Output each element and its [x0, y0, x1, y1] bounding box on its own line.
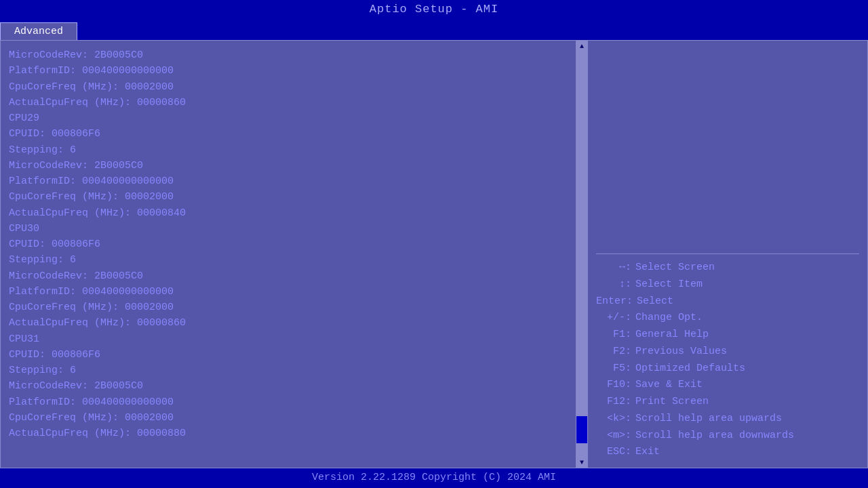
scroll-thumb	[576, 416, 587, 443]
app-title: Aptio Setup - AMI	[370, 3, 498, 16]
scroll-down-arrow[interactable]: ▼	[576, 457, 587, 468]
scroll-track	[576, 52, 587, 457]
right-panel: ↔:Select Screen↕:Select ItemEnter:Select…	[588, 41, 867, 468]
title-bar: Aptio Setup - AMI	[0, 0, 868, 18]
footer: Version 2.22.1289 Copyright (C) 2024 AMI	[0, 468, 868, 488]
footer-text: Version 2.22.1289 Copyright (C) 2024 AMI	[312, 472, 556, 483]
tab-row: Advanced	[0, 18, 868, 40]
help-area	[596, 47, 859, 248]
info-text: MicroCodeRev: 2B0005C0 PlatformID: 00040…	[9, 47, 568, 441]
tab-advanced[interactable]: Advanced	[0, 22, 77, 40]
key-help: ↔:Select Screen↕:Select ItemEnter:Select…	[596, 260, 859, 461]
main-content: MicroCodeRev: 2B0005C0 PlatformID: 00040…	[0, 40, 868, 468]
scrollbar[interactable]: ▲ ▼	[576, 41, 588, 468]
divider	[596, 253, 859, 254]
scroll-up-arrow[interactable]: ▲	[576, 41, 587, 52]
left-panel: MicroCodeRev: 2B0005C0 PlatformID: 00040…	[1, 41, 576, 468]
